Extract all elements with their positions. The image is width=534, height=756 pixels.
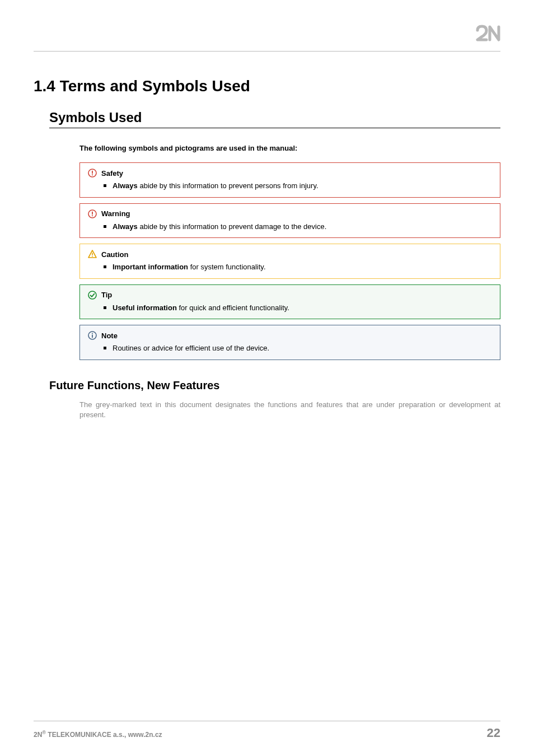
callout-body: Routines or advice for efficient use of … [113,343,492,354]
check-circle-icon [88,291,97,300]
svg-rect-5 [92,215,93,216]
svg-rect-10 [92,335,93,338]
callout-title: Tip [101,291,112,299]
svg-point-8 [88,291,96,299]
brand-logo [476,25,500,44]
section-heading-future-functions: Future Functions, New Features [49,379,500,392]
callout-body: Always abide by this information to prev… [113,180,492,192]
warning-triangle-icon [88,250,97,259]
grey-note-text: The grey-marked text in this document de… [79,400,500,421]
svg-rect-7 [92,256,93,257]
callout-body: Always abide by this information to prev… [113,221,492,232]
svg-rect-4 [92,211,93,214]
exclamation-circle-icon [88,169,97,178]
svg-rect-6 [92,253,93,255]
exclamation-circle-icon [88,209,97,218]
callout-caution: Caution Important information for system… [79,244,500,279]
callout-title: Note [101,332,118,340]
svg-rect-11 [92,333,93,334]
section-heading-symbols-used: Symbols Used [49,110,500,128]
callout-title: Safety [101,169,123,178]
info-circle-icon [88,331,97,340]
svg-rect-1 [92,171,93,174]
callout-body: Useful information for quick and efficie… [113,302,492,314]
callout-tip: Tip Useful information for quick and eff… [79,284,500,320]
intro-text: The following symbols and pictograms are… [79,144,500,152]
page-title: 1.4 Terms and Symbols Used [34,77,500,95]
callout-title: Warning [101,209,130,218]
svg-rect-2 [92,174,93,175]
callout-body: Important information for system functio… [113,262,492,273]
callout-warning: Warning Always abide by this information… [79,203,500,239]
page-number: 22 [487,726,500,740]
page-footer: 2N® TELEKOMUNIKACE a.s., www.2n.cz 22 [34,721,500,740]
callout-safety: Safety Always abide by this information … [79,162,500,198]
footer-left: 2N® TELEKOMUNIKACE a.s., www.2n.cz [34,730,162,739]
callout-note: Note Routines or advice for efficient us… [79,325,500,360]
callout-title: Caution [101,250,128,259]
